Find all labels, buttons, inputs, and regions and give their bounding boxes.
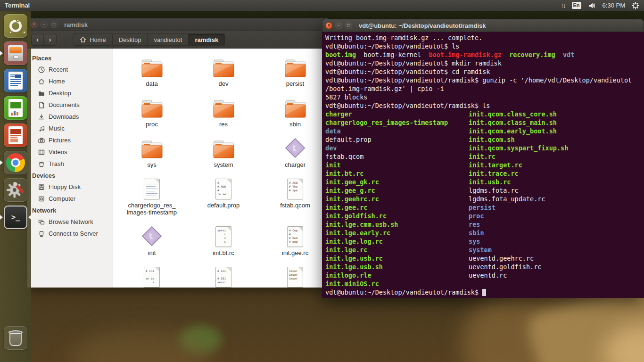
- sidebar-item-music[interactable]: Music: [27, 123, 113, 134]
- volume-icon[interactable]: [588, 2, 596, 9]
- file-label: system: [214, 161, 233, 168]
- terminal-line: init.lge.usb.rcueventd.geehrc.rc: [325, 254, 644, 263]
- launcher-item-terminal[interactable]: >_: [4, 206, 27, 229]
- clock[interactable]: 6:30 PM: [603, 2, 625, 9]
- terminal-line: /boot.img-ramdisk.gz' | cpio -i: [325, 84, 644, 93]
- text-direction-icon[interactable]: ↑↓: [561, 2, 565, 9]
- terminal-line: init.lge.early.rcsbin: [325, 229, 644, 237]
- launcher-item-trash[interactable]: [4, 326, 27, 350]
- text-file-icon: # Cop # # Red # mod: [287, 222, 303, 247]
- sidebar-item-floppy-disk[interactable]: Floppy Disk: [27, 181, 113, 193]
- file-item-chargerlogo_res_[interactable]: chargerlogo_res_ images-timestamp: [116, 173, 188, 221]
- sidebar-item-recent[interactable]: Recent: [27, 64, 113, 75]
- file-item-sbin[interactable]: sbin: [259, 92, 329, 132]
- terminal-titlebar[interactable]: × − □ vdt@ubuntu: ~/Desktop/vandieutot/r…: [322, 19, 644, 32]
- breadcrumb-home[interactable]: Home: [73, 33, 113, 46]
- terminal-line: initinit.target.rc: [325, 161, 644, 169]
- launcher-item-libreoffice-impress[interactable]: [4, 123, 27, 147]
- back-button[interactable]: ‹: [31, 34, 44, 46]
- launcher-item-chrome[interactable]: [4, 151, 27, 174]
- sidebar-item-computer[interactable]: Computer: [27, 193, 113, 205]
- terminal-line: vdt@ubuntu:~/Desktop/vandieutot/ramdisk$…: [325, 101, 644, 110]
- file-item-init.gee.rc[interactable]: # Cop # # Red # modinit.gee.rc: [259, 221, 329, 261]
- trash-bin-icon: [8, 330, 23, 346]
- folder-icon: [213, 134, 235, 159]
- sidebar-item-trash[interactable]: Trash: [27, 158, 113, 170]
- file-item-res[interactable]: res: [188, 92, 259, 132]
- forward-button[interactable]: ›: [44, 34, 57, 46]
- file-label: init: [148, 249, 156, 256]
- close-icon[interactable]: ×: [31, 21, 38, 28]
- sidebar-item-videos[interactable]: Videos: [27, 146, 113, 158]
- running-indicator-arrow: [0, 160, 3, 165]
- file-label: default.prop: [207, 202, 240, 209]
- file-grid-area: datadevpersistprocressbinsyssystemcharge…: [113, 49, 329, 288]
- terminal-line: default.propinit.qcom.sh: [325, 135, 644, 144]
- sidebar-item-label: Home: [49, 78, 65, 85]
- file-item-init.gee_gk.rc[interactable]: # ini # 201 serviinit.gee_gk.rc: [188, 261, 259, 288]
- sidebar-item-documents[interactable]: Documents: [27, 99, 113, 111]
- sidebar-item-label: Floppy Disk: [49, 183, 81, 190]
- minimize-icon[interactable]: −: [335, 22, 342, 29]
- close-icon[interactable]: ×: [325, 22, 332, 29]
- file-grid: datadevpersistprocressbinsyssystemcharge…: [116, 51, 329, 288]
- sidebar-item-connect-to-server[interactable]: Connect to Server: [27, 228, 113, 239]
- terminal-line: vdt@ubuntu:~/Desktop/vandieutot/ramdisk$…: [325, 76, 644, 84]
- launcher-item-libreoffice-calc[interactable]: [4, 96, 27, 120]
- file-item-dev[interactable]: dev: [188, 51, 259, 92]
- breadcrumb-ramdisk[interactable]: ramdisk: [189, 33, 225, 46]
- terminal-line: init.bt.rcinit.trace.rc: [325, 169, 644, 178]
- breadcrumb-desktop[interactable]: Desktop: [113, 33, 148, 46]
- launcher-item-system-settings[interactable]: [4, 178, 27, 202]
- file-item-proc[interactable]: proc: [116, 92, 188, 132]
- unknown-file-icon: [141, 222, 163, 247]
- text-file-icon: # ini # 201 servi: [215, 263, 231, 288]
- maximize-icon[interactable]: □: [345, 22, 352, 29]
- folder-icon: [141, 53, 163, 78]
- terminal-line: boot.img boot.img-kernel boot.img-ramdis…: [325, 50, 644, 59]
- text-file-icon: impor impor impor: [287, 263, 303, 288]
- terminal-line: fstab.qcominit.rc: [325, 152, 644, 161]
- sidebar-item-label: Documents: [49, 101, 80, 108]
- terminal-line: init.gee_gk.rcinit.usb.rc: [325, 178, 644, 186]
- writer-document-icon: [8, 72, 23, 90]
- launcher-item-files[interactable]: [4, 41, 27, 65]
- sidebar-item-desktop[interactable]: Desktop: [27, 87, 113, 99]
- terminal-line: Writing boot.img-ramdisk.gz ... complete…: [325, 33, 644, 42]
- sidebar-item-home[interactable]: Home: [27, 75, 113, 87]
- file-item-init[interactable]: init: [116, 221, 188, 261]
- file-item-sys[interactable]: sys: [116, 132, 188, 173]
- launcher-item-dash-home[interactable]: [4, 14, 27, 38]
- keyboard-layout-indicator[interactable]: En: [572, 2, 581, 9]
- file-item-init.bt.rc[interactable]: servi c s sinit.bt.rc: [188, 221, 259, 261]
- chrome-logo-icon: [6, 153, 25, 172]
- file-item-default.prop[interactable]: # # ADD # ro.sedefault.prop: [188, 173, 259, 221]
- file-item-system[interactable]: system: [188, 132, 259, 173]
- network-icon: [38, 218, 45, 226]
- file-item-init.geehrc.rc[interactable]: impor impor imporinit.geehrc.rc: [259, 261, 329, 288]
- folder-icon: [284, 94, 306, 118]
- maximize-icon[interactable]: □: [50, 21, 58, 28]
- sidebar-item-label: Browse Network: [49, 218, 93, 225]
- file-item-init.gee_g.rc[interactable]: # ini on bo sinit.gee_g.rc: [116, 261, 188, 288]
- file-item-charger[interactable]: charger: [259, 132, 329, 173]
- terminal-content[interactable]: Writing boot.img-ramdisk.gz ... complete…: [322, 32, 644, 298]
- file-item-fstab.qcom[interactable]: # And # The # spefstab.qcom: [259, 173, 329, 221]
- places-sidebar: PlacesRecentHomeDesktopDocumentsDownload…: [27, 49, 113, 288]
- session-gear-icon[interactable]: [632, 2, 639, 9]
- sidebar-item-label: Desktop: [49, 90, 71, 97]
- minimize-icon[interactable]: −: [41, 21, 48, 28]
- terminal-line: init.lge.usb.shueventd.goldfish.rc: [325, 263, 644, 271]
- file-manager-titlebar[interactable]: × − □ ramdisk: [27, 18, 329, 31]
- folder-icon: [141, 94, 163, 118]
- sidebar-item-browse-network[interactable]: Browse Network: [27, 216, 113, 228]
- sidebar-item-downloads[interactable]: Downloads: [27, 111, 113, 123]
- calc-spreadsheet-icon: [8, 99, 23, 117]
- sidebar-item-pictures[interactable]: Pictures: [27, 134, 113, 146]
- launcher-item-libreoffice-writer[interactable]: [4, 69, 27, 92]
- file-item-data[interactable]: data: [116, 51, 188, 92]
- file-item-persist[interactable]: persist: [259, 51, 329, 92]
- folder-icon: [284, 53, 306, 78]
- breadcrumb-vandieutot[interactable]: vandieutot: [148, 33, 189, 46]
- text-file-icon: # And # The # spe: [287, 175, 303, 199]
